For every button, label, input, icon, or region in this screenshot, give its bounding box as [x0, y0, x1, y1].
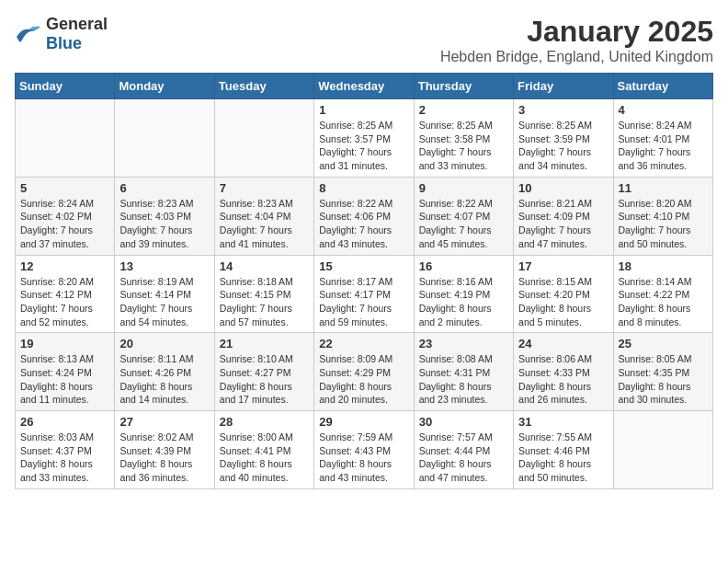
- day-number: 15: [319, 259, 408, 273]
- calendar-cell: 23Sunrise: 8:08 AMSunset: 4:31 PMDayligh…: [414, 333, 513, 411]
- sunrise-text: Sunrise: 8:11 AM: [119, 352, 209, 366]
- day-info: Sunrise: 8:05 AMSunset: 4:35 PMDaylight:…: [619, 352, 708, 407]
- day-info: Sunrise: 8:25 AMSunset: 3:58 PMDaylight:…: [419, 119, 508, 173]
- sunset-text: Sunset: 3:58 PM: [419, 132, 508, 146]
- sunrise-text: Sunrise: 8:25 AM: [319, 119, 408, 132]
- day-number: 13: [119, 259, 209, 273]
- sunrise-text: Sunrise: 8:25 AM: [419, 119, 508, 132]
- calendar-cell: 9Sunrise: 8:22 AMSunset: 4:07 PMDaylight…: [414, 177, 513, 255]
- calendar-cell: 15Sunrise: 8:17 AMSunset: 4:17 PMDayligh…: [314, 255, 414, 333]
- calendar-cell: 29Sunrise: 7:59 AMSunset: 4:43 PMDayligh…: [314, 411, 414, 489]
- day-info: Sunrise: 8:23 AMSunset: 4:04 PMDaylight:…: [220, 197, 309, 251]
- day-info: Sunrise: 8:15 AMSunset: 4:20 PMDaylight:…: [518, 275, 608, 329]
- daylight-text: Daylight: 8 hours and 5 minutes.: [518, 302, 608, 328]
- day-number: 7: [220, 181, 309, 195]
- day-number: 29: [319, 415, 408, 429]
- title-area: January 2025 Hebden Bridge, England, Uni…: [440, 15, 713, 65]
- day-info: Sunrise: 8:16 AMSunset: 4:19 PMDaylight:…: [419, 275, 508, 329]
- sunrise-text: Sunrise: 8:22 AM: [419, 197, 508, 211]
- daylight-text: Daylight: 8 hours and 30 minutes.: [619, 380, 708, 407]
- logo: General Blue: [15, 15, 108, 53]
- daylight-text: Daylight: 8 hours and 43 minutes.: [319, 457, 408, 484]
- sunrise-text: Sunrise: 8:21 AM: [518, 197, 608, 211]
- daylight-text: Daylight: 7 hours and 39 minutes.: [119, 224, 209, 250]
- logo-blue: Blue: [46, 34, 82, 52]
- sunset-text: Sunset: 4:10 PM: [619, 210, 708, 224]
- sunset-text: Sunset: 4:35 PM: [619, 366, 708, 380]
- day-number: 28: [220, 415, 309, 429]
- day-number: 8: [319, 181, 408, 195]
- daylight-text: Daylight: 8 hours and 23 minutes.: [419, 380, 508, 407]
- calendar-week-row: 19Sunrise: 8:13 AMSunset: 4:24 PMDayligh…: [16, 333, 713, 411]
- calendar-cell: [16, 99, 115, 178]
- day-info: Sunrise: 7:59 AMSunset: 4:43 PMDaylight:…: [319, 431, 408, 485]
- calendar-cell: 2Sunrise: 8:25 AMSunset: 3:58 PMDaylight…: [414, 99, 513, 178]
- calendar-cell: 27Sunrise: 8:02 AMSunset: 4:39 PMDayligh…: [115, 411, 214, 489]
- calendar-cell: [115, 99, 214, 178]
- daylight-text: Daylight: 7 hours and 52 minutes.: [20, 302, 109, 328]
- sunrise-text: Sunrise: 8:09 AM: [319, 352, 408, 366]
- calendar-header-wednesday: Wednesday: [314, 74, 414, 99]
- sunrise-text: Sunrise: 8:24 AM: [20, 197, 109, 211]
- day-number: 2: [419, 103, 508, 117]
- sunset-text: Sunset: 3:59 PM: [518, 132, 608, 146]
- sunrise-text: Sunrise: 8:20 AM: [619, 197, 708, 211]
- calendar-header-row: SundayMondayTuesdayWednesdayThursdayFrid…: [16, 74, 713, 99]
- day-info: Sunrise: 8:25 AMSunset: 3:57 PMDaylight:…: [319, 119, 408, 173]
- sunset-text: Sunset: 4:37 PM: [20, 444, 109, 458]
- day-info: Sunrise: 8:21 AMSunset: 4:09 PMDaylight:…: [518, 197, 608, 251]
- sunset-text: Sunset: 4:31 PM: [419, 366, 508, 380]
- sunset-text: Sunset: 4:27 PM: [220, 366, 309, 380]
- calendar-cell: 17Sunrise: 8:15 AMSunset: 4:20 PMDayligh…: [514, 255, 613, 333]
- day-info: Sunrise: 8:13 AMSunset: 4:24 PMDaylight:…: [20, 352, 109, 407]
- sunset-text: Sunset: 4:17 PM: [319, 288, 408, 302]
- day-info: Sunrise: 8:10 AMSunset: 4:27 PMDaylight:…: [220, 352, 309, 407]
- daylight-text: Daylight: 7 hours and 41 minutes.: [220, 224, 309, 250]
- sunset-text: Sunset: 4:15 PM: [220, 288, 309, 302]
- sunset-text: Sunset: 4:01 PM: [619, 132, 708, 146]
- day-number: 10: [518, 181, 608, 195]
- calendar-cell: 26Sunrise: 8:03 AMSunset: 4:37 PMDayligh…: [16, 411, 115, 489]
- sunrise-text: Sunrise: 8:08 AM: [419, 352, 508, 366]
- sunset-text: Sunset: 4:29 PM: [319, 366, 408, 380]
- day-info: Sunrise: 8:06 AMSunset: 4:33 PMDaylight:…: [518, 352, 608, 407]
- sunset-text: Sunset: 4:41 PM: [220, 444, 309, 458]
- daylight-text: Daylight: 8 hours and 26 minutes.: [518, 380, 608, 407]
- sunrise-text: Sunrise: 8:14 AM: [619, 275, 708, 289]
- day-number: 26: [20, 415, 109, 429]
- sunrise-text: Sunrise: 8:22 AM: [319, 197, 408, 211]
- day-info: Sunrise: 8:09 AMSunset: 4:29 PMDaylight:…: [319, 352, 408, 407]
- day-number: 20: [119, 337, 209, 350]
- sunrise-text: Sunrise: 8:24 AM: [619, 119, 708, 132]
- daylight-text: Daylight: 8 hours and 17 minutes.: [220, 380, 309, 407]
- calendar-week-row: 5Sunrise: 8:24 AMSunset: 4:02 PMDaylight…: [16, 177, 713, 255]
- sunrise-text: Sunrise: 8:05 AM: [619, 352, 708, 366]
- sunset-text: Sunset: 4:06 PM: [319, 210, 408, 224]
- calendar-header-sunday: Sunday: [16, 74, 115, 99]
- daylight-text: Daylight: 8 hours and 14 minutes.: [119, 380, 209, 407]
- sunset-text: Sunset: 4:43 PM: [319, 444, 408, 458]
- sunrise-text: Sunrise: 8:13 AM: [20, 352, 109, 366]
- sunset-text: Sunset: 4:22 PM: [619, 288, 708, 302]
- calendar-header-tuesday: Tuesday: [214, 74, 313, 99]
- calendar-cell: 10Sunrise: 8:21 AMSunset: 4:09 PMDayligh…: [514, 177, 613, 255]
- day-info: Sunrise: 7:55 AMSunset: 4:46 PMDaylight:…: [518, 431, 608, 485]
- daylight-text: Daylight: 8 hours and 20 minutes.: [319, 380, 408, 407]
- day-number: 30: [419, 415, 508, 429]
- daylight-text: Daylight: 7 hours and 54 minutes.: [119, 302, 209, 328]
- sunset-text: Sunset: 4:44 PM: [419, 444, 508, 458]
- day-number: 5: [20, 181, 109, 195]
- day-number: 6: [119, 181, 209, 195]
- daylight-text: Daylight: 7 hours and 45 minutes.: [419, 224, 508, 250]
- daylight-text: Daylight: 7 hours and 37 minutes.: [20, 224, 109, 250]
- sunrise-text: Sunrise: 8:23 AM: [220, 197, 309, 211]
- sunrise-text: Sunrise: 8:17 AM: [319, 275, 408, 289]
- calendar-cell: 16Sunrise: 8:16 AMSunset: 4:19 PMDayligh…: [414, 255, 513, 333]
- day-number: 11: [619, 181, 708, 195]
- day-info: Sunrise: 8:22 AMSunset: 4:07 PMDaylight:…: [419, 197, 508, 251]
- day-number: 17: [518, 259, 608, 273]
- calendar-cell: 1Sunrise: 8:25 AMSunset: 3:57 PMDaylight…: [314, 99, 414, 178]
- calendar-header-friday: Friday: [514, 74, 613, 99]
- daylight-text: Daylight: 8 hours and 8 minutes.: [619, 302, 708, 328]
- sunrise-text: Sunrise: 8:19 AM: [119, 275, 209, 289]
